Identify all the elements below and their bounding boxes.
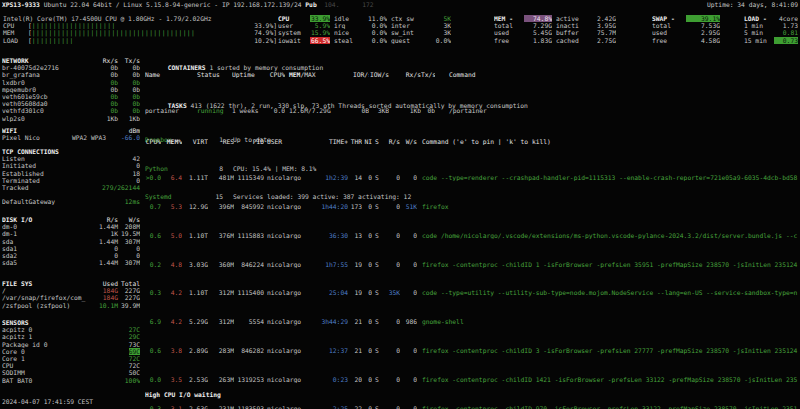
disk-write: 19.5M bbox=[118, 230, 140, 237]
stat-label: nice bbox=[334, 29, 361, 36]
bar-percent: 10.2%] bbox=[241, 37, 277, 44]
proc-cpu: 0.6 bbox=[145, 347, 161, 354]
proc-mem: 6.4 bbox=[162, 174, 182, 181]
wifi-header: WIFI dBm bbox=[2, 127, 140, 134]
tx-text: 0b bbox=[132, 79, 140, 86]
proc-virt: 5.29G bbox=[183, 318, 208, 325]
stat-value: 0.0% bbox=[425, 37, 451, 44]
proc-time: 1h44:20 bbox=[310, 203, 348, 210]
tx-text: 0b bbox=[132, 100, 140, 107]
tcp-value-text: 0 bbox=[136, 162, 140, 169]
sensor-value-text: 72C bbox=[129, 362, 140, 369]
disk-read: 0 bbox=[90, 252, 118, 259]
stat-value: 7.29G bbox=[524, 22, 552, 29]
cpu-stats-row: iowait 66.5% steal 0.0% guest 0.0% bbox=[278, 37, 451, 44]
sensor-value-text: 100% bbox=[125, 377, 140, 384]
proc-cpu: 0.3 bbox=[145, 289, 161, 296]
bar-fill: |||||||||| bbox=[32, 37, 241, 44]
swap-row: total 7.53G bbox=[652, 22, 720, 29]
wifi-panel: WIFI dBm Pixel_Nico WPA2 WPA3 -66.0 bbox=[2, 127, 140, 141]
sensor-value: 50C bbox=[94, 369, 140, 376]
disk-write: 307M bbox=[118, 238, 140, 245]
bar-label: CPU bbox=[3, 22, 28, 29]
stat-label: 1 min bbox=[744, 22, 772, 29]
interface-name: veth601e59cb bbox=[2, 93, 90, 100]
tcp-label: Tracked bbox=[2, 184, 94, 191]
sensor-label: Package id 0 bbox=[2, 341, 94, 348]
col-cpu: CPU% bbox=[266, 71, 285, 78]
network-row: veth601e59cb 0b 0b bbox=[2, 93, 140, 100]
disk-row: sda 1.44M 307M bbox=[2, 238, 140, 245]
rx-value: 1Kb bbox=[90, 115, 118, 122]
col-uptime: Uptime bbox=[232, 71, 266, 78]
sensor-rows: acpitz 0 27C acpitz 1 29C Package id 0 7… bbox=[2, 326, 140, 384]
rx-text: 0b bbox=[110, 79, 118, 86]
tx-value: 0b bbox=[118, 86, 140, 93]
tcp-value-text: 279/262144 bbox=[102, 184, 140, 191]
bar-percent: 74.9%] bbox=[241, 29, 277, 36]
stat-label: inacti bbox=[556, 22, 584, 29]
proc-write: 0 bbox=[401, 347, 417, 354]
sensor-row: Core 0 69C bbox=[2, 348, 140, 355]
uptime: Uptime: 34 days, 8:41:09 bbox=[707, 1, 798, 8]
memory-row: free 1.83G cached 2.75G bbox=[494, 37, 616, 44]
disk-read: 0 bbox=[90, 245, 118, 252]
stat-label: ctx_sw bbox=[391, 15, 421, 22]
proc-command: code /home/nicolargo/.vscode/extensions/… bbox=[418, 232, 800, 239]
alert-title: High CPU I/O waiting bbox=[145, 391, 800, 398]
proc-write: 0 bbox=[401, 232, 417, 239]
usage-bar: MEM[||||||||||||||||||||||||||||||||||||… bbox=[3, 29, 277, 36]
proc-time: 1h2:39 bbox=[310, 174, 348, 181]
proc-threads: 19 bbox=[349, 289, 362, 296]
proc-threads: 21 bbox=[349, 318, 362, 325]
rx-text: 0b bbox=[110, 64, 118, 71]
sensors-title-row: SENSORS bbox=[2, 319, 140, 326]
process-row: 0.7 5.3 12.9G 396M 845992 nicolargo 1h44… bbox=[145, 203, 800, 210]
stat-value: 3K bbox=[425, 22, 451, 29]
alert-log: High CPU I/O waiting 2024-04-07 17:41:55… bbox=[145, 377, 800, 409]
fs-used-text: 184G bbox=[103, 287, 118, 294]
tcp-value-text: 42 bbox=[132, 155, 140, 162]
proc-mem: 4.8 bbox=[162, 261, 182, 268]
load-row: 5 min 0.81 bbox=[744, 29, 798, 36]
stat-label: irq bbox=[334, 22, 361, 29]
stat-label: iowait bbox=[278, 37, 306, 44]
proc-command-text: firefox -contentproc -childID 1 -isForBr… bbox=[422, 261, 797, 268]
proc-state: S bbox=[373, 203, 381, 210]
stat-value: 0.0% bbox=[365, 22, 387, 29]
stat-value: 11.0% bbox=[365, 15, 387, 22]
mount-point: / bbox=[2, 287, 88, 294]
tcp-label: Initiated bbox=[2, 162, 94, 169]
proc-mem: 4.2 bbox=[162, 318, 182, 325]
tx-text: 0b bbox=[132, 93, 140, 100]
fs-total: 227G bbox=[118, 287, 140, 294]
sensor-value-text: 27C bbox=[129, 326, 140, 333]
interface-name: mpqemubr0 bbox=[2, 86, 90, 93]
process-row: 0.6 3.8 2.89G 283M 846282 nicolargo 12:3… bbox=[145, 347, 800, 354]
disk-write: 307M bbox=[118, 259, 140, 266]
load-panel: LOAD - 4core 1 min 1.73 5 min 0.81 15 mi… bbox=[744, 15, 798, 44]
fs-used: 184G bbox=[88, 287, 118, 294]
stat-value: 5.45G bbox=[524, 29, 552, 36]
proc-threads: 21 bbox=[349, 347, 362, 354]
proc-state: S bbox=[373, 174, 381, 181]
proc-state: S bbox=[373, 318, 381, 325]
tx-value: 0b bbox=[118, 107, 140, 114]
sensor-label: acpitz 0 bbox=[2, 326, 94, 333]
proc-read: 0 bbox=[382, 174, 400, 181]
memory-row: MEM - 74.8% active 2.42G bbox=[494, 15, 616, 22]
proc-res: 312M bbox=[209, 318, 234, 325]
glances-terminal-window[interactable]: XPS13-9333 Ubuntu 22.04 64bit / Linux 5.… bbox=[0, 0, 800, 409]
col-ior: IOR/s bbox=[353, 71, 369, 78]
sensor-label: BAT BAT0 bbox=[2, 377, 94, 384]
col-tx: Tx/s bbox=[421, 71, 435, 78]
bar-label: LOAD bbox=[3, 37, 28, 44]
network-row: mpqemubr0 0b 0b bbox=[2, 86, 140, 93]
cpu-stats-panel: CPU 33.9% idle 11.0% ctx_sw 5K user 5.9%… bbox=[278, 15, 451, 44]
col-iow: IOW/s bbox=[369, 71, 389, 78]
disk-name: sda1 bbox=[2, 245, 90, 252]
proc-time: 25:04 bbox=[310, 289, 348, 296]
stat-label: guest bbox=[391, 37, 421, 44]
wifi-security: WPA2 WPA3 bbox=[72, 134, 116, 141]
tx-value: 0b bbox=[118, 71, 140, 78]
